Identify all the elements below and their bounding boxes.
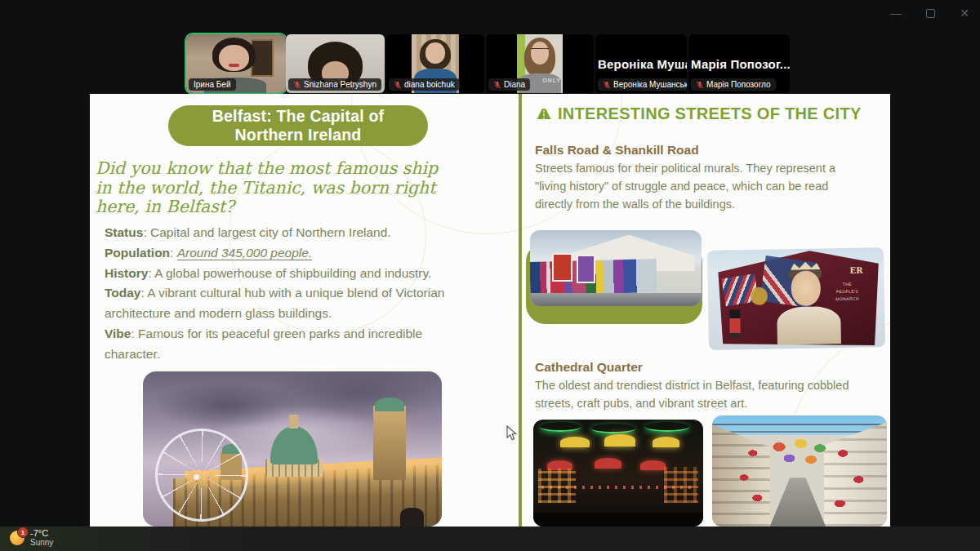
restore-button[interactable]	[923, 7, 938, 20]
slide-intro-question: Did you know that the most famous ship i…	[96, 159, 439, 217]
slide-title-pill: Belfast: The Capital of Northern Ireland	[168, 105, 428, 146]
participant-tile-veronika[interactable]: Вероніка Муша... Вероніка Мушанська	[595, 34, 687, 93]
shared-presentation-slide: Belfast: The Capital of Northern Ireland…	[90, 94, 890, 527]
photo-belfast-city-hall	[143, 371, 442, 527]
muted-mic-icon	[493, 81, 501, 89]
section-title-cathedral-quarter: Cathedral Quarter	[535, 360, 643, 375]
umbrella	[640, 460, 666, 470]
photo-night-street-umbrellas	[533, 420, 703, 527]
windows-taskbar: 1 -7°C Sunny T W	[0, 527, 980, 551]
participant-name-tag: Вероніка Мушанська	[598, 78, 687, 91]
umbrella	[595, 458, 621, 469]
participant-name: Ірина Бей	[194, 80, 231, 89]
participant-tile-diana[interactable]: ONLY Diana	[486, 34, 594, 93]
zoom-meeting-window: — ✕ Ірина Бей Snizhana Petryshyn	[0, 0, 980, 551]
mural-caption: MONARCH	[819, 295, 875, 301]
participant-display-name: Марія Попозог...	[691, 57, 790, 71]
shirt-print: ONLY	[542, 78, 561, 83]
participant-name: diana boichuk	[404, 80, 455, 89]
umbrella	[604, 434, 635, 446]
fact-population: Population: Around 345,000 people.	[105, 243, 448, 264]
participant-name: Snizhana Petryshyn	[304, 80, 376, 89]
photo-political-murals-wall	[530, 230, 702, 306]
fact-history: History: A global powerhouse of shipbuil…	[105, 264, 448, 284]
participant-tile-maria[interactable]: Марія Попозог... Марія Попозогло	[688, 34, 790, 93]
slide-title-line2: Northern Ireland	[235, 126, 362, 144]
participant-tile-irina-bei[interactable]: Ірина Бей	[185, 33, 287, 95]
photo-queen-mural: ER THE PEOPLE'S MONARCH	[707, 247, 885, 350]
umbrella	[560, 437, 589, 447]
weather-widget[interactable]: 1 -7°C Sunny	[10, 529, 53, 547]
muted-mic-icon	[293, 81, 301, 89]
road-icon	[535, 107, 553, 121]
section-body-falls-road: Streets famous for their political mural…	[535, 159, 868, 213]
minimize-button[interactable]: —	[889, 7, 903, 20]
muted-mic-icon	[394, 81, 402, 89]
participant-name-tag: Snizhana Petryshyn	[288, 78, 381, 91]
participant-name: Вероніка Мушанська	[613, 80, 687, 89]
mouse-cursor	[506, 425, 517, 441]
fact-status: Status: Capital and largest city of Nort…	[105, 223, 448, 243]
slide-title-line1: Belfast: The Capital of	[212, 107, 384, 126]
photo-day-alley-umbrellas	[712, 415, 887, 527]
participant-name-tag: diana boichuk	[389, 78, 460, 91]
section-body-cathedral-quarter: The oldest and trendiest district in Bel…	[535, 376, 871, 412]
participant-name: Diana	[504, 80, 525, 89]
participant-name-tag: Марія Попозогло	[691, 78, 776, 91]
section-title-falls-road: Falls Road & Shankill Road	[535, 143, 699, 158]
fact-today: Today: A vibrant cultural hub with a uni…	[105, 283, 448, 324]
glasses	[531, 48, 548, 54]
window-controls: — ✕	[889, 7, 972, 20]
weather-condition: Sunny	[30, 538, 53, 547]
slide-fact-list: Status: Capital and largest city of Nort…	[105, 223, 448, 365]
participant-tile-snizhana[interactable]: Snizhana Petryshyn	[286, 34, 385, 93]
slide-divider	[519, 94, 522, 527]
royal-guard-figure	[729, 309, 741, 337]
muted-mic-icon	[603, 81, 611, 89]
muted-mic-icon	[696, 81, 704, 89]
restore-icon	[926, 9, 935, 18]
participant-name: Марія Попозогло	[706, 80, 771, 89]
participant-name-tag: Diana	[488, 78, 530, 91]
population-underlined-value: Around 345,000 people.	[177, 246, 312, 260]
right-heading-text: INTERESTING STREETS OF THE CITY	[558, 104, 862, 123]
notification-badge: 1	[17, 527, 29, 538]
close-button[interactable]: ✕	[957, 7, 972, 20]
ferris-wheel	[155, 429, 248, 522]
fact-vibe: Vibe: Famous for its peaceful green park…	[105, 324, 448, 365]
participant-display-name: Вероніка Муша...	[598, 57, 687, 71]
mural-caption: PEOPLE'S	[819, 288, 875, 294]
mural-caption: THE	[819, 282, 875, 287]
umbrella-cluster	[768, 438, 831, 471]
umbrella	[653, 437, 679, 447]
right-heading: INTERESTING STREETS OF THE CITY	[535, 104, 862, 123]
sunny-weather-icon: 1	[10, 531, 24, 545]
participant-name-tag: Ірина Бей	[189, 78, 236, 91]
weather-temperature: -7°C	[30, 529, 53, 538]
mural-er-text: ER	[849, 266, 862, 275]
participant-tile-diana-boichuk[interactable]: diana boichuk	[386, 34, 484, 93]
